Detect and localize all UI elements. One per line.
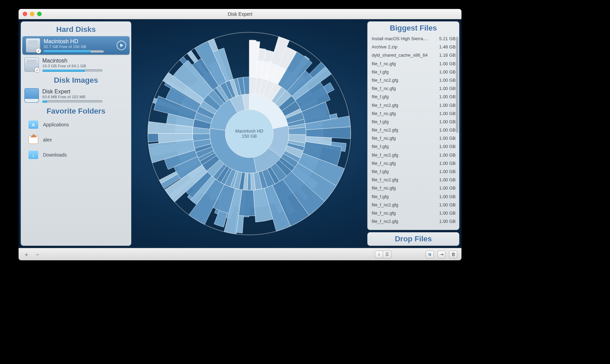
trash-button[interactable]: 🗑 <box>449 251 457 258</box>
file-name: dyld_shared_cache_x86_64 <box>372 52 428 58</box>
file-size: 1.00 GB <box>436 152 456 158</box>
file-name: file_f_nc2.gfg <box>372 218 398 225</box>
file-name: file_f.gfg <box>372 144 389 150</box>
finder-reveal-button[interactable]: N <box>426 251 434 258</box>
zoom-window-button[interactable] <box>37 12 42 16</box>
favorite-folder-item[interactable]: Applications <box>21 117 131 132</box>
file-size: 1.00 GB <box>436 160 456 167</box>
scrollbar[interactable] <box>456 37 458 133</box>
file-name: Archive 2.zip <box>372 44 397 50</box>
close-window-button[interactable] <box>23 12 27 16</box>
disk-item-macintosh-hd[interactable]: ✓ Macintosh HD 32.7 GB Free of 150 GB <box>22 36 130 55</box>
file-row[interactable]: file_f_nc2.gfg1.00 GB <box>372 176 458 184</box>
file-row[interactable]: file_f.gfg1.00 GB <box>372 193 458 201</box>
export-button[interactable]: ⇥ <box>437 251 446 258</box>
disk-usage-bar <box>44 50 104 53</box>
biggest-files-header: Biggest Files <box>368 22 459 35</box>
file-name: file_f_nc2.gfg <box>372 202 398 208</box>
file-name: file_f_nc2.gfg <box>372 102 398 109</box>
favorite-folder-item[interactable]: Downloads <box>21 147 131 162</box>
file-row[interactable]: file_f_nc.gfg1.00 GB <box>372 110 458 118</box>
file-size: 1.00 GB <box>436 111 456 117</box>
file-name: file_f_nc2.gfg <box>372 77 398 83</box>
disk-images-header: Disk Images <box>21 74 131 86</box>
file-size: 1.00 GB <box>436 185 456 191</box>
file-row[interactable]: file_f_nc2.gfg1.00 GB <box>372 76 458 84</box>
file-size: 1.00 GB <box>436 119 456 125</box>
disk-sub: 18.3 GB Free of 64.1 GB <box>42 64 128 68</box>
window-title: Disk Expert <box>19 11 461 17</box>
disk-item-macintosh[interactable]: ✓ Macintosh 18.3 GB Free of 64.1 GB <box>21 55 131 74</box>
file-row[interactable]: file_f.gfg1.00 GB <box>372 68 458 76</box>
file-row[interactable]: dyld_shared_cache_x86_641.16 GB <box>372 51 458 59</box>
file-size: 1.00 GB <box>436 94 456 100</box>
file-size: 1.00 GB <box>436 61 456 67</box>
file-name: file_f_nc.gfg <box>372 210 396 216</box>
file-size: 1.00 GB <box>436 86 456 92</box>
favorite-label: alex <box>43 137 52 143</box>
file-size: 1.00 GB <box>436 127 456 133</box>
file-name: file_f.gfg <box>372 94 389 100</box>
file-row[interactable]: file_f.gfg1.00 GB <box>372 143 458 151</box>
file-size: 5.21 GB <box>436 36 456 42</box>
favorite-folder-item[interactable]: alex <box>21 132 131 147</box>
file-name: file_f_nc2.gfg <box>372 177 398 183</box>
file-row[interactable]: file_f.gfg1.00 GB <box>372 118 458 126</box>
file-name: file_f_nc.gfg <box>372 111 396 117</box>
file-name: file_f_nc.gfg <box>372 61 396 67</box>
file-size: 1.48 GB <box>436 44 456 50</box>
file-row[interactable]: file_f_nc.gfg1.00 GB <box>372 159 458 168</box>
file-row[interactable]: file_f_nc.gfg1.00 GB <box>372 209 458 217</box>
file-size: 1.16 GB <box>436 52 456 58</box>
file-row[interactable]: file_f_nc.gfg1.00 GB <box>372 84 458 93</box>
app-window: Disk Expert Hard Disks ✓ Macintosh HD 32… <box>19 9 461 260</box>
disk-name: Macintosh <box>42 58 128 64</box>
disk-image-icon <box>24 88 39 103</box>
file-name: file_f_nc.gfg <box>372 160 396 167</box>
file-row[interactable]: file_f_nc2.gfg1.00 GB <box>372 101 458 110</box>
drop-files-label: Drop Files <box>395 235 432 243</box>
file-row[interactable]: file_f_nc.gfg1.00 GB <box>372 134 458 143</box>
hard-disks-header: Hard Disks <box>21 23 131 35</box>
scan-button[interactable] <box>117 41 126 50</box>
file-row[interactable]: file_f_nc2.gfg1.00 GB <box>372 151 458 159</box>
file-name: file_f.gfg <box>372 69 389 75</box>
file-size: 1.00 GB <box>436 169 456 175</box>
favorite-label: Downloads <box>43 152 67 158</box>
file-size: 1.00 GB <box>436 135 456 141</box>
minimize-window-button[interactable] <box>30 12 34 16</box>
file-size: 1.00 GB <box>436 177 456 183</box>
file-size: 1.00 GB <box>436 218 456 225</box>
file-size: 1.00 GB <box>436 77 456 83</box>
file-row[interactable]: Install macOS High Sierra.app5.21 GB <box>372 35 458 43</box>
remove-button[interactable]: － <box>34 251 41 258</box>
list-view-button[interactable]: ☰ <box>383 251 391 258</box>
file-row[interactable]: file_f_nc2.gfg1.00 GB <box>372 126 458 134</box>
file-row[interactable]: file_f_nc.gfg1.00 GB <box>372 60 458 68</box>
biggest-files-list[interactable]: Install macOS High Sierra.app5.21 GBArch… <box>368 35 459 230</box>
file-size: 1.00 GB <box>436 102 456 109</box>
disk-usage-bar <box>42 100 102 103</box>
file-row[interactable]: file_f_nc2.gfg1.00 GB <box>372 201 458 209</box>
file-name: file_f.gfg <box>372 194 389 200</box>
source-sidebar: Hard Disks ✓ Macintosh HD 32.7 GB Free o… <box>21 21 131 246</box>
file-name: file_f_nc.gfg <box>372 86 396 92</box>
sunburst-area: Macintosh HD 150 GB <box>131 19 367 248</box>
disk-image-item[interactable]: Disk Expert 93.6 MB Free of 102 MB <box>21 86 131 105</box>
titlebar: Disk Expert <box>19 9 461 19</box>
file-row[interactable]: Archive 2.zip1.48 GB <box>372 43 458 51</box>
info-button[interactable]: i <box>375 251 383 258</box>
file-name: file_f_nc2.gfg <box>372 127 398 133</box>
file-row[interactable]: file_f_nc.gfg1.00 GB <box>372 184 458 192</box>
sunburst-chart[interactable] <box>144 29 354 238</box>
favorite-label: Applications <box>43 122 69 127</box>
add-button[interactable]: ＋ <box>23 251 30 258</box>
file-row[interactable]: file_f_nc2.gfg1.00 GB <box>372 217 458 226</box>
disk-name: Macintosh HD <box>44 38 113 45</box>
folder-icon <box>29 151 38 159</box>
drop-files-panel[interactable]: Drop Files <box>367 232 459 246</box>
svg-point-2 <box>225 110 273 158</box>
file-row[interactable]: file_f.gfg1.00 GB <box>372 168 458 176</box>
file-row[interactable]: file_f.gfg1.00 GB <box>372 93 458 101</box>
folder-icon <box>29 136 38 144</box>
